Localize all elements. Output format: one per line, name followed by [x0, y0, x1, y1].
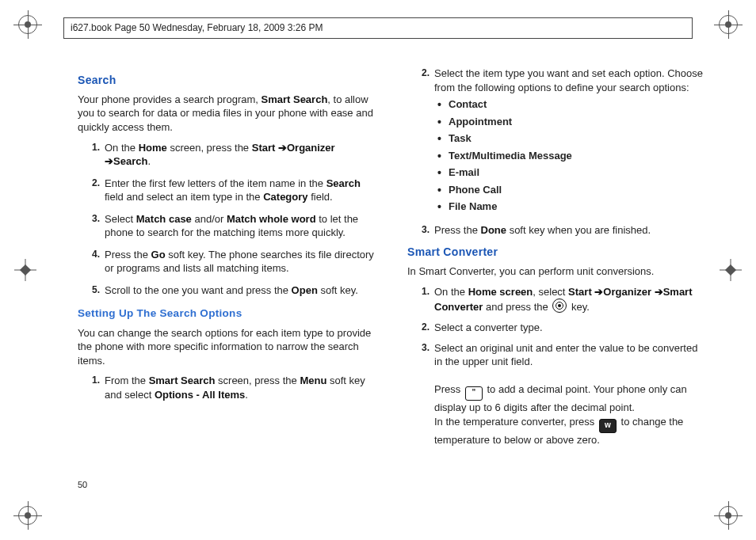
text-bold: Category [263, 191, 307, 203]
crop-mark-bottom-left [17, 505, 38, 526]
bullet-item: Task [449, 131, 708, 146]
step-number: 2. [410, 321, 430, 333]
crop-mark-left [14, 259, 36, 281]
list-item: 1. On the Home screen, press the StartOr… [105, 141, 379, 169]
text-bold: Home [139, 142, 167, 154]
text: screen, press the [215, 375, 300, 386]
list-item: 3. Press the Done soft key when you are … [434, 223, 708, 238]
text: , select [533, 286, 568, 298]
heading-smart-converter: Smart Converter [407, 245, 708, 260]
text-bold: Home screen [468, 286, 533, 298]
step-number: 3. [81, 212, 100, 225]
options-bullets: Contact Appointment Task Text/Multimedia… [434, 97, 708, 214]
converter-steps: 1. On the Home screen, select StartOrgan… [407, 285, 708, 447]
text: field and select an item type in the [105, 191, 263, 203]
search-intro: Your phone provides a search program, Sm… [78, 93, 379, 135]
text: On the [434, 286, 468, 298]
step-number: 5. [81, 283, 100, 296]
step-number: 1. [410, 285, 430, 298]
text: and press the [483, 301, 551, 313]
text-bold: Match case [136, 213, 192, 225]
text: key. [568, 301, 590, 313]
step-number: 3. [410, 341, 430, 354]
nav-key-icon [552, 299, 567, 313]
crop-mark-top-left [17, 14, 38, 35]
bullet-item: E-mail [449, 165, 708, 180]
left-column: Search Your phone provides a search prog… [78, 65, 379, 508]
text-bold: Start [568, 286, 603, 298]
text: soft key. [318, 284, 358, 296]
text-bold: Options - All Items [155, 389, 245, 401]
list-item: 2. Enter the first few letters of the it… [105, 177, 379, 204]
bullet-item: Appointment [449, 115, 708, 129]
text: In the temperature converter, press [434, 416, 598, 428]
text-bold: Start [252, 142, 287, 154]
step-number: 4. [81, 248, 100, 260]
bullet-item: Phone Call [449, 183, 708, 197]
list-item: 2. Select a converter type. [434, 321, 708, 335]
text-bold: Done [481, 224, 507, 236]
text: Press the [434, 224, 481, 236]
text: Scroll to the one you want and press the [105, 284, 292, 296]
decimal-key-icon: " [465, 386, 483, 401]
text: Press [434, 383, 464, 395]
text-bold: Go [151, 249, 166, 260]
text: Select the item type you want and set ea… [434, 67, 703, 93]
list-item: 1. On the Home screen, select StartOrgan… [434, 285, 708, 314]
text-bold: Menu [300, 375, 326, 386]
bullet-item: File Name [449, 200, 708, 214]
step-number: 1. [81, 141, 100, 154]
text: screen, press the [167, 142, 252, 154]
text-bold: Open [292, 284, 318, 296]
list-item: 3. Select an original unit and enter the… [434, 341, 708, 447]
list-item: 4. Press the Go soft key. The phone sear… [105, 248, 379, 276]
text: On the [105, 142, 139, 154]
text-bold: Match whole word [227, 213, 316, 225]
text: Select an original unit and enter the va… [434, 342, 697, 368]
bullet-item: Contact [449, 97, 708, 112]
heading-search-options: Setting Up The Search Options [78, 306, 379, 321]
search-options-steps-cont: 2. Select the item type you want and set… [407, 67, 708, 237]
step-number: 2. [410, 67, 430, 79]
text: soft key when you are finished. [506, 224, 651, 236]
crop-mark-bottom-right [718, 505, 739, 526]
step-number: 1. [81, 374, 100, 386]
list-item: 1. From the Smart Search screen, press t… [105, 374, 379, 401]
page-content: Search Your phone provides a search prog… [78, 65, 708, 508]
page-number: 50 [78, 479, 87, 491]
search-options-intro: You can change the search options for ea… [78, 326, 379, 368]
list-item: 2. Select the item type you want and set… [434, 67, 708, 214]
text: Select [105, 213, 136, 225]
text: . [245, 389, 248, 401]
text: field. [308, 191, 333, 203]
step-number: 3. [410, 223, 430, 236]
heading-search: Search [78, 73, 379, 88]
page-header: i627.book Page 50 Wednesday, February 18… [63, 17, 693, 39]
right-column: 2. Select the item type you want and set… [407, 65, 708, 508]
text-bold: Search [113, 155, 147, 167]
text: . [147, 155, 151, 167]
text-bold: Smart Search [262, 93, 328, 105]
text-bold: Search [326, 177, 361, 189]
converter-intro: In Smart Converter, you can perform unit… [407, 264, 708, 279]
search-options-steps: 1. From the Smart Search screen, press t… [78, 374, 379, 401]
step-number: 2. [81, 177, 100, 189]
search-steps: 1. On the Home screen, press the StartOr… [78, 141, 379, 298]
text: Enter the first few letters of the item … [105, 177, 326, 189]
crop-mark-top-right [718, 14, 739, 35]
text-bold: Smart Search [149, 375, 216, 386]
text: Your phone provides a search program, [78, 93, 262, 105]
text: From the [105, 375, 149, 386]
text: Press the [105, 249, 151, 260]
text-bold: Organizer [603, 286, 662, 298]
bullet-item: Text/Multimedia Message [449, 149, 708, 163]
text: Select a converter type. [434, 321, 543, 333]
list-item: 5. Scroll to the one you want and press … [105, 283, 379, 298]
text: and/or [192, 213, 227, 225]
list-item: 3. Select Match case and/or Match whole … [105, 212, 379, 240]
sign-key-icon: w [599, 419, 617, 433]
crop-mark-right [720, 259, 742, 281]
